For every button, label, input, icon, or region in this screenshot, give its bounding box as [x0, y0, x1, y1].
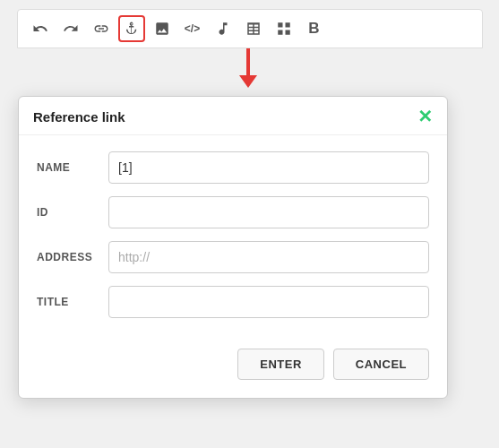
address-input[interactable]: [108, 241, 429, 273]
name-row: NAME: [37, 151, 429, 184]
reference-link-modal: Reference link ✕ NAME ID ADDRESS TITLE E…: [18, 96, 448, 399]
anchor-button[interactable]: [118, 15, 145, 42]
name-label: NAME: [37, 161, 108, 174]
image-button[interactable]: [149, 15, 176, 42]
address-label: ADDRESS: [37, 251, 108, 263]
editor-toolbar: </> B: [17, 9, 483, 48]
id-input[interactable]: [108, 196, 429, 228]
title-label: TITLE: [37, 296, 108, 308]
address-row: ADDRESS: [37, 241, 429, 273]
enter-button[interactable]: ENTER: [237, 349, 324, 380]
form-actions: ENTER CANCEL: [19, 340, 447, 380]
code-button[interactable]: </>: [179, 15, 206, 42]
grid-button[interactable]: [271, 15, 297, 42]
arrow-head: [239, 75, 257, 88]
redo-button[interactable]: [57, 15, 84, 42]
link-button[interactable]: [88, 15, 115, 42]
modal-header: Reference link ✕: [19, 97, 447, 135]
id-label: ID: [37, 206, 108, 219]
arrow-shaft: [246, 48, 250, 75]
form-body: NAME ID ADDRESS TITLE: [19, 135, 447, 340]
music-button[interactable]: [210, 15, 237, 42]
title-row: TITLE: [37, 286, 429, 318]
id-row: ID: [37, 196, 429, 228]
table-button[interactable]: [240, 15, 267, 42]
bold-button[interactable]: B: [301, 15, 328, 42]
modal-title: Reference link: [33, 109, 125, 125]
arrow-indicator: [17, 48, 483, 89]
title-input[interactable]: [108, 286, 429, 318]
modal-close-button[interactable]: ✕: [417, 108, 433, 125]
name-input[interactable]: [108, 151, 429, 184]
undo-button[interactable]: [27, 15, 54, 42]
cancel-button[interactable]: CANCEL: [333, 349, 429, 380]
